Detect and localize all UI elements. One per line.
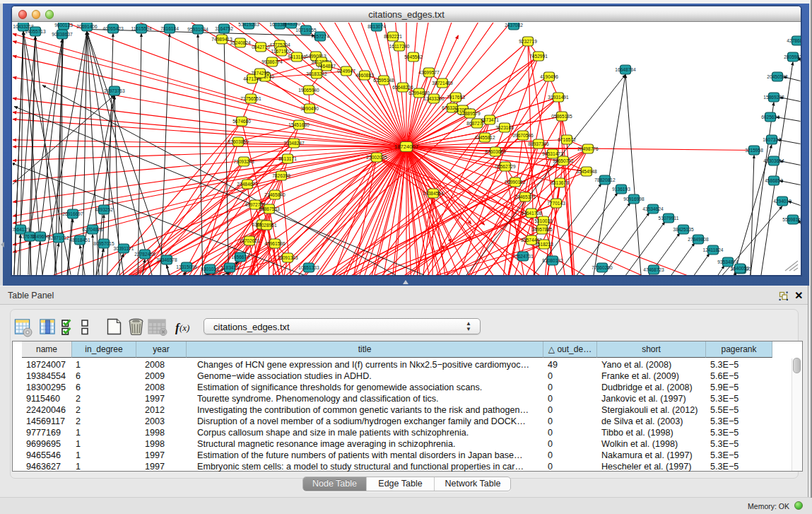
svg-text:4586850: 4586850 bbox=[765, 177, 783, 182]
svg-text:11671902: 11671902 bbox=[271, 48, 291, 53]
svg-text:93534874: 93534874 bbox=[717, 259, 739, 264]
svg-text:90838637: 90838637 bbox=[52, 31, 73, 36]
svg-text:9136193: 9136193 bbox=[612, 186, 630, 191]
svg-text:40265423: 40265423 bbox=[102, 25, 124, 30]
svg-text:7816184: 7816184 bbox=[160, 25, 179, 30]
svg-text:55698169: 55698169 bbox=[782, 216, 801, 221]
svg-text:10719155: 10719155 bbox=[295, 27, 317, 32]
svg-text:27889579: 27889579 bbox=[459, 110, 481, 115]
svg-text:8613171: 8613171 bbox=[278, 156, 297, 160]
svg-text:65648236: 65648236 bbox=[392, 84, 413, 89]
svg-text:31931491: 31931491 bbox=[548, 94, 569, 99]
svg-text:16117240: 16117240 bbox=[389, 43, 409, 48]
svg-text:3623166: 3623166 bbox=[495, 124, 514, 129]
svg-text:90916998: 90916998 bbox=[623, 196, 645, 201]
svg-text:5674680: 5674680 bbox=[233, 118, 251, 123]
svg-text:12411824: 12411824 bbox=[702, 247, 723, 252]
svg-text:16648784: 16648784 bbox=[615, 66, 636, 71]
svg-text:8692221: 8692221 bbox=[384, 33, 402, 38]
svg-text:70348247: 70348247 bbox=[283, 140, 305, 145]
svg-text:9232719: 9232719 bbox=[519, 38, 537, 43]
svg-text:7648350: 7648350 bbox=[282, 23, 300, 26]
svg-text:0564139: 0564139 bbox=[13, 226, 30, 231]
svg-text:4893252: 4893252 bbox=[95, 206, 113, 211]
svg-text:3164752: 3164752 bbox=[215, 25, 233, 30]
svg-text:20691406: 20691406 bbox=[76, 23, 98, 28]
svg-text:13315098: 13315098 bbox=[176, 264, 197, 269]
svg-text:61595148: 61595148 bbox=[373, 77, 394, 82]
svg-text:62704828: 62704828 bbox=[82, 226, 103, 231]
svg-text:95931034: 95931034 bbox=[187, 26, 208, 31]
svg-text:4060883: 4060883 bbox=[355, 72, 374, 77]
svg-text:36183242: 36183242 bbox=[306, 71, 327, 76]
svg-text:2805982: 2805982 bbox=[784, 54, 801, 59]
svg-text:43303654: 43303654 bbox=[763, 158, 784, 163]
svg-text:71093248: 71093248 bbox=[233, 158, 254, 163]
svg-text:06990162: 06990162 bbox=[505, 179, 526, 184]
svg-text:51079911: 51079911 bbox=[658, 215, 678, 220]
svg-text:1656670: 1656670 bbox=[231, 254, 249, 259]
svg-text:11615594: 11615594 bbox=[131, 25, 151, 30]
svg-text:80957015: 80957015 bbox=[93, 240, 114, 245]
svg-text:5183473: 5183473 bbox=[220, 264, 239, 269]
svg-text:4294019: 4294019 bbox=[773, 198, 792, 203]
svg-text:45961586: 45961586 bbox=[264, 240, 286, 245]
svg-text:1607337: 1607337 bbox=[763, 136, 781, 141]
svg-text:5310033: 5310033 bbox=[534, 218, 553, 223]
svg-text:20465375: 20465375 bbox=[514, 194, 536, 199]
svg-text:7826398: 7826398 bbox=[272, 173, 290, 177]
svg-text:28498776: 28498776 bbox=[577, 146, 599, 151]
svg-text:47468723: 47468723 bbox=[643, 267, 664, 271]
svg-text:77360260: 77360260 bbox=[592, 264, 613, 269]
svg-text:8849696: 8849696 bbox=[31, 233, 49, 238]
svg-text:62994680: 62994680 bbox=[408, 90, 430, 95]
svg-text:26916697: 26916697 bbox=[62, 211, 83, 216]
svg-text:15451680: 15451680 bbox=[288, 122, 310, 127]
svg-text:2437082: 2437082 bbox=[505, 23, 523, 28]
svg-text:06562729: 06562729 bbox=[495, 163, 516, 168]
svg-text:05865185: 05865185 bbox=[551, 113, 572, 118]
svg-text:27849808: 27849808 bbox=[688, 236, 709, 241]
svg-text:5045562: 5045562 bbox=[404, 54, 423, 59]
svg-text:38721489: 38721489 bbox=[432, 80, 453, 85]
svg-text:3518233: 3518233 bbox=[535, 241, 553, 246]
svg-text:14055713: 14055713 bbox=[25, 28, 46, 33]
svg-text:43455812: 43455812 bbox=[474, 134, 495, 139]
svg-text:9600133: 9600133 bbox=[54, 23, 73, 28]
svg-text:6025634: 6025634 bbox=[761, 114, 779, 119]
svg-text:15869232: 15869232 bbox=[763, 94, 784, 99]
svg-text:38346578: 38346578 bbox=[156, 257, 177, 262]
svg-text:38425135: 38425135 bbox=[673, 226, 694, 231]
svg-text:32871012: 32871012 bbox=[48, 235, 69, 240]
svg-text:(x): (x) bbox=[180, 322, 189, 333]
svg-text:9413186: 9413186 bbox=[288, 54, 306, 59]
svg-text:71756551: 71756551 bbox=[240, 95, 261, 100]
svg-text:42786801: 42786801 bbox=[787, 37, 801, 42]
svg-text:9301031: 9301031 bbox=[201, 266, 219, 271]
svg-text:10651333: 10651333 bbox=[298, 264, 319, 269]
svg-text:35454948: 35454948 bbox=[576, 168, 597, 173]
svg-text:23002035: 23002035 bbox=[366, 154, 387, 159]
svg-text:78820812: 78820812 bbox=[594, 177, 616, 182]
svg-text:18724007: 18724007 bbox=[394, 143, 418, 149]
svg-text:27484677: 27484677 bbox=[237, 181, 258, 186]
svg-text:09670546: 09670546 bbox=[512, 132, 534, 137]
svg-text:19384554: 19384554 bbox=[423, 190, 444, 195]
svg-text:7874296: 7874296 bbox=[251, 70, 269, 75]
svg-text:72624731: 72624731 bbox=[512, 253, 534, 258]
svg-text:7917693: 7917693 bbox=[447, 94, 465, 99]
svg-text:99386774: 99386774 bbox=[261, 59, 283, 64]
svg-text:4873471: 4873471 bbox=[481, 117, 499, 122]
svg-text:7857274: 7857274 bbox=[311, 33, 329, 38]
svg-text:3990490: 3990490 bbox=[300, 105, 319, 110]
svg-text:43534624: 43534624 bbox=[642, 206, 664, 211]
svg-text:87603669: 87603669 bbox=[485, 148, 506, 153]
svg-text:22782489: 22782489 bbox=[134, 251, 155, 256]
svg-text:29973763: 29973763 bbox=[104, 88, 125, 93]
svg-text:18702621: 18702621 bbox=[239, 238, 260, 243]
svg-text:7452991: 7452991 bbox=[529, 53, 548, 58]
svg-text:81080132: 81080132 bbox=[542, 257, 563, 262]
svg-text:4190496: 4190496 bbox=[540, 74, 558, 78]
svg-text:3215958: 3215958 bbox=[745, 147, 763, 152]
svg-text:58867533: 58867533 bbox=[259, 206, 280, 211]
